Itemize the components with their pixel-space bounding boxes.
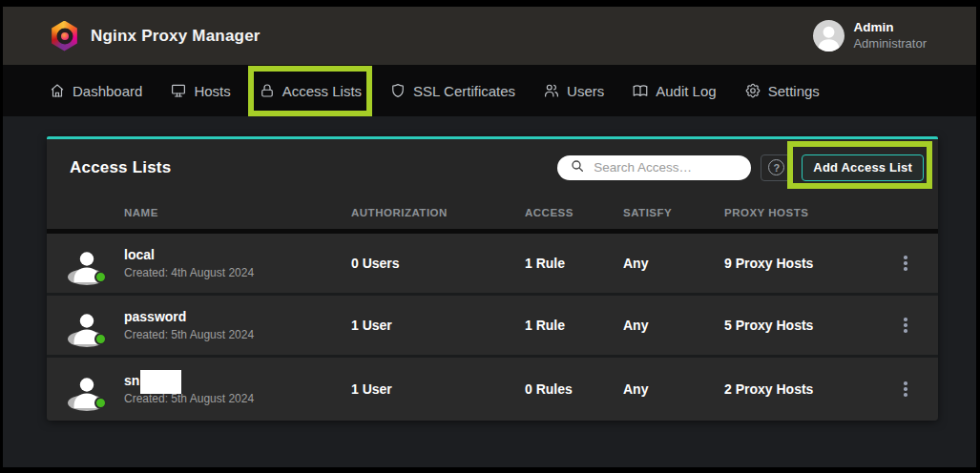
proxy-hosts-cell: 2 Proxy Hosts bbox=[724, 381, 886, 397]
nav-item-settings[interactable]: Settings bbox=[741, 80, 823, 101]
users-icon bbox=[543, 82, 560, 99]
row-avatar bbox=[68, 306, 106, 344]
table-row[interactable]: local Created: 4th August 2024 0 Users 1… bbox=[47, 234, 938, 296]
access-cell: 0 Rules bbox=[525, 381, 623, 397]
nav-item-users[interactable]: Users bbox=[540, 80, 607, 101]
row-actions-menu-button[interactable] bbox=[892, 375, 919, 403]
user-name: Admin bbox=[853, 20, 927, 36]
access-lists-panel: Access Lists ? Add Access List bbox=[47, 136, 938, 421]
column-header-access: ACCESS bbox=[525, 207, 623, 218]
book-icon bbox=[632, 82, 649, 99]
user-role: Administrator bbox=[853, 36, 927, 51]
panel-titlebar: Access Lists ? Add Access List bbox=[47, 139, 938, 195]
table-row[interactable]: password Created: 5th August 2024 1 User… bbox=[47, 296, 938, 358]
screenshot-frame: Nginx Proxy Manager Admin Administrator … bbox=[0, 0, 980, 473]
column-header-satisfy: SATISFY bbox=[623, 207, 724, 218]
monitor-icon bbox=[170, 82, 187, 99]
npm-logo-icon bbox=[51, 21, 78, 51]
column-header-proxy-hosts: PROXY HOSTS bbox=[724, 207, 886, 218]
authorization-cell: 0 Users bbox=[351, 256, 525, 271]
status-online-dot bbox=[94, 397, 107, 409]
access-cell: 1 Rule bbox=[525, 256, 623, 271]
page-content: Access Lists ? Add Access List bbox=[3, 116, 976, 467]
access-list-name: sn bbox=[124, 373, 139, 389]
column-header-name: NAME bbox=[124, 207, 351, 218]
shield-icon bbox=[389, 82, 407, 99]
row-actions-menu-button[interactable] bbox=[892, 249, 919, 278]
home-icon bbox=[49, 82, 66, 99]
satisfy-cell: Any bbox=[623, 318, 724, 333]
add-access-list-button[interactable]: Add Access List bbox=[802, 154, 924, 181]
app-window: Nginx Proxy Manager Admin Administrator … bbox=[3, 7, 976, 467]
created-date: Created: 4th August 2024 bbox=[124, 266, 351, 279]
redaction-box bbox=[140, 370, 181, 394]
lock-icon bbox=[259, 82, 276, 99]
search-icon bbox=[570, 158, 585, 177]
access-list-name: password bbox=[124, 309, 351, 325]
authorization-cell: 1 User bbox=[351, 318, 525, 333]
gear-icon bbox=[744, 82, 761, 99]
row-avatar bbox=[68, 244, 106, 282]
created-date: Created: 5th August 2024 bbox=[124, 392, 351, 405]
table-row[interactable]: sn Created: 5th August 2024 1 User 0 Rul… bbox=[47, 358, 938, 421]
app-header: Nginx Proxy Manager Admin Administrator bbox=[3, 7, 976, 65]
nav-item-audit-log[interactable]: Audit Log bbox=[629, 80, 719, 101]
access-list-name: local bbox=[124, 247, 351, 263]
authorization-cell: 1 User bbox=[351, 381, 525, 397]
nav-item-hosts[interactable]: Hosts bbox=[167, 80, 233, 101]
satisfy-cell: Any bbox=[623, 256, 724, 271]
created-date: Created: 5th August 2024 bbox=[124, 328, 351, 341]
status-online-dot bbox=[94, 271, 107, 283]
question-circle-icon: ? bbox=[768, 159, 784, 175]
status-online-dot bbox=[94, 333, 107, 345]
user-menu[interactable]: Admin Administrator bbox=[813, 20, 927, 51]
nav-item-dashboard[interactable]: Dashboard bbox=[46, 80, 145, 101]
search-input[interactable] bbox=[594, 160, 741, 175]
user-avatar bbox=[813, 20, 844, 51]
table-header-row: NAME AUTHORIZATION ACCESS SATISFY PROXY … bbox=[47, 195, 938, 229]
satisfy-cell: Any bbox=[623, 381, 724, 397]
search-box bbox=[557, 155, 751, 180]
app-title: Nginx Proxy Manager bbox=[91, 27, 261, 46]
row-actions-menu-button[interactable] bbox=[892, 311, 919, 339]
column-header-authorization: AUTHORIZATION bbox=[351, 207, 525, 218]
main-nav: Dashboard Hosts Access Lists SSL Certifi… bbox=[3, 65, 976, 116]
access-cell: 1 Rule bbox=[525, 318, 623, 333]
row-avatar bbox=[68, 370, 106, 408]
panel-title: Access Lists bbox=[70, 158, 171, 177]
proxy-hosts-cell: 9 Proxy Hosts bbox=[724, 256, 886, 271]
help-button[interactable]: ? bbox=[761, 154, 792, 181]
nav-item-access-lists[interactable]: Access Lists bbox=[256, 80, 365, 101]
nav-item-ssl-certificates[interactable]: SSL Certificates bbox=[386, 80, 518, 101]
proxy-hosts-cell: 5 Proxy Hosts bbox=[724, 318, 886, 333]
